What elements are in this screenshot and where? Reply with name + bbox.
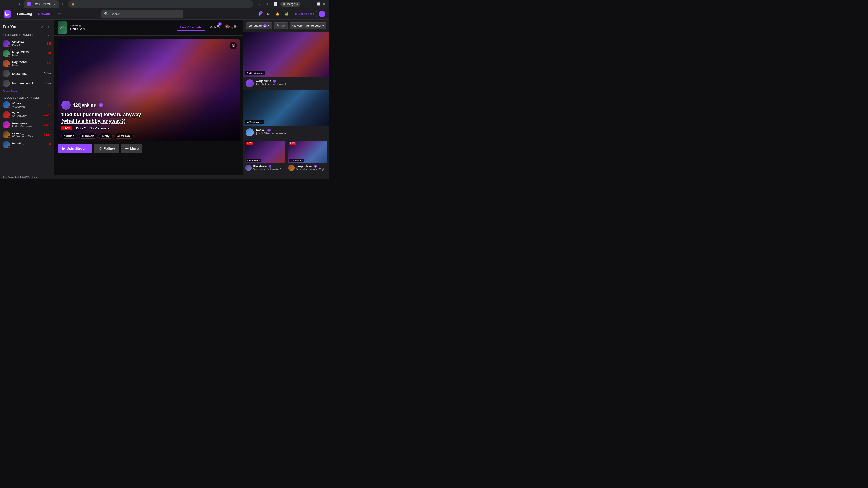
extensions-button[interactable]: ⬜ <box>272 1 278 7</box>
minimize-button[interactable]: — <box>311 2 315 6</box>
notifications-icon: 🔔 <box>276 12 279 15</box>
filter-bar: Language 1 ▾ 🔍 Viewers (High to Low) ▾ <box>243 20 329 32</box>
chevron-grid-icon: ▾ <box>237 25 238 27</box>
420jenkins-avatar <box>246 79 254 88</box>
tenz-viewers: 12.4K <box>44 113 51 116</box>
vcm354-avatar-container <box>3 40 10 47</box>
sidebar: For You ◁ ↕ FOLLOWED CHANNELS ↕ <box>0 20 54 175</box>
sidebar-item-betboom-eng2[interactable]: betboom_eng2 Offline <box>0 78 54 88</box>
tab-live-channels[interactable]: Live Channels <box>177 24 205 31</box>
blackmeier-text: BlackMeier ✓ Some dota→Yakuza 0 · E... <box>253 165 283 171</box>
featured-card-420jenkins[interactable]: 1.4K viewers 420jenkins ✓ tired but push… <box>243 32 329 90</box>
inamiing-game: ... <box>12 145 46 148</box>
sidebar-item-rayrachel[interactable]: RayRachel Music 394 <box>0 59 54 68</box>
get-ad-free-button[interactable]: ⊕ Get Ad-Free <box>292 11 317 17</box>
reload-button[interactable]: ↻ <box>17 1 24 7</box>
twitch-logo-icon <box>5 12 9 16</box>
rayrachel-name: RayRachel <box>12 60 44 64</box>
sidebar-item-tenz[interactable]: TenZ VALORANT 12.4K <box>0 110 54 120</box>
back-button[interactable]: ← <box>3 1 9 7</box>
small-card-blackmeier[interactable]: LIVE 458 viewers BlackMeier ✓ Some dota→… <box>243 139 286 173</box>
twitch-header: Following Browse ••• 🔍 💧 1 ✉ 🔔 👑 ⊕ <box>0 8 329 20</box>
incognito-icon: 🕵 <box>283 2 286 6</box>
url-input[interactable]: twitch.tv/directory/category/dota-2 <box>76 2 250 6</box>
sidebar-item-magic899tv[interactable]: Magic899TV Music 57 <box>0 48 54 59</box>
chevron-sort-icon: ▾ <box>322 24 324 27</box>
main-content: 🔇 420jenkins ✓ tired but pushing forward… <box>54 36 243 175</box>
sidebar-item-ironmouse[interactable]: ironmouse Lethal Company 17.4K <box>0 120 54 130</box>
search-bar[interactable]: 🔍 <box>101 10 183 18</box>
featured-card-raeyei[interactable]: 489 viewers Raeyei ✓ [ENG] Sleep schedul… <box>243 90 329 139</box>
video-volume-button[interactable]: 🔇 <box>230 42 237 49</box>
betboom-avatar <box>3 80 10 87</box>
sort-sidebar-button[interactable]: ↕ <box>46 24 51 30</box>
new-tab-button[interactable]: + <box>60 1 65 7</box>
bookmark-button[interactable]: ☆ <box>256 1 262 7</box>
sidebar-item-caseoh[interactable]: caseoh_ 60 Seconds! Reat... 58.8K <box>0 130 54 140</box>
prime-button[interactable]: 👑 <box>283 10 290 18</box>
search-tags-container[interactable]: 🔍 <box>274 22 288 29</box>
sort-dropdown[interactable]: Viewers (High to Low) ▾ <box>290 22 327 29</box>
notifications-button[interactable]: 🔔 <box>274 10 281 18</box>
ironmouse-info: ironmouse Lethal Company <box>12 122 42 128</box>
betboom-avatar-container <box>3 80 10 87</box>
active-tab[interactable]: T Dota 2 - Twitch ✕ <box>24 0 59 8</box>
menu-button[interactable]: ⋮ <box>302 1 308 7</box>
follow-button[interactable]: ♡ Follow <box>94 144 120 153</box>
sidebar-item-vcm354[interactable]: VCM354 Dota 2 147 <box>0 39 54 48</box>
search-tags-input[interactable] <box>281 24 285 27</box>
stream-cards-list: 1.4K viewers 420jenkins ✓ tired but push… <box>243 32 329 175</box>
volume-button[interactable]: 🔇 <box>223 22 230 30</box>
raeyei-avatar <box>246 128 254 136</box>
tag-turkish[interactable]: turkish <box>61 133 77 139</box>
chevron-down-icon[interactable]: ▾ <box>84 28 85 31</box>
drops-button[interactable]: 💧 1 <box>256 10 263 18</box>
play-icon: ▶ <box>62 147 65 151</box>
tag-diahreah[interactable]: diahreah <box>79 133 97 139</box>
sidebar-item-s0mcs[interactable]: s0mcs VALORANT 8K <box>0 100 54 110</box>
420jenkins-channel-name: 420jenkins ✓ <box>256 79 327 83</box>
blackmeier-verified: ✓ <box>269 165 272 168</box>
meepoplayer-text: meepoplayer ✓ for my deaf homies · Engl.… <box>296 165 326 171</box>
window-controls: — ⬜ ✕ <box>311 2 327 6</box>
manage-followed-button[interactable]: ↕ <box>46 32 51 38</box>
stream-meta: LIVE · Dota 2 · 1.4K viewers <box>61 126 236 130</box>
notification-badge: 1 <box>259 11 263 14</box>
for-you-title: For You <box>3 25 18 29</box>
collapse-sidebar-button[interactable]: ◁ <box>39 24 45 30</box>
tenz-avatar-container <box>3 111 10 119</box>
close-button[interactable]: ✕ <box>322 2 327 6</box>
stream-preview-container: 🔇 420jenkins ✓ tired but pushing forward… <box>54 36 243 157</box>
tab-close-button[interactable]: ✕ <box>53 2 56 6</box>
more-nav-button[interactable]: ••• <box>56 10 63 18</box>
following-nav-item[interactable]: Following <box>14 11 35 17</box>
stream-preview[interactable]: 🔇 420jenkins ✓ tired but pushing forward… <box>58 39 240 141</box>
whispers-button[interactable]: ✉ <box>265 10 272 18</box>
download-button[interactable]: ⬇ <box>264 1 270 7</box>
small-card-chychundr[interactable]: LIVE 301 viewers chychundr Играем в Дотк… <box>243 173 286 175</box>
browse-nav-item[interactable]: Browse <box>35 11 53 18</box>
search-input[interactable] <box>111 12 180 16</box>
twitch-logo[interactable] <box>4 10 11 18</box>
forward-button[interactable]: → <box>10 1 16 7</box>
show-more-button[interactable]: Show More <box>0 88 54 94</box>
user-avatar[interactable] <box>319 11 326 18</box>
grid-layout-button[interactable]: ⊞ ▾ <box>232 22 240 30</box>
small-card-meepoplayer[interactable]: LIVE 332 viewers meepoplayer ✓ for my de… <box>286 139 329 173</box>
meepoplayer-avatar <box>288 165 294 171</box>
small-card-juweldota[interactable]: LIVE 227 viewers juweldota 10k pubs kahi… <box>286 173 329 175</box>
betboom-status: Offline <box>43 82 51 85</box>
sidebar-item-inamiing[interactable]: inamiing ... 23 <box>0 140 54 150</box>
tag-chatroom[interactable]: chatroom <box>114 133 133 139</box>
browsing-game-name: Dota 2 ▾ <box>70 27 85 32</box>
more-button[interactable]: ••• More <box>121 144 142 153</box>
autoplay-button[interactable]: ⏸ 1 <box>214 22 221 30</box>
stream-actions: ▶ Join Stream ♡ Follow ••• More <box>58 144 240 153</box>
join-stream-button[interactable]: ▶ Join Stream <box>58 144 92 153</box>
sidebar-item-kkatamina[interactable]: kkatamina Offline <box>0 68 54 78</box>
sidebar-section-actions: ↕ <box>46 32 51 38</box>
language-filter[interactable]: Language 1 ▾ <box>246 22 272 29</box>
maximize-button[interactable]: ⬜ <box>316 2 321 6</box>
incognito-badge: 🕵 Incognito <box>280 2 300 6</box>
tag-binky[interactable]: binky <box>99 133 113 139</box>
